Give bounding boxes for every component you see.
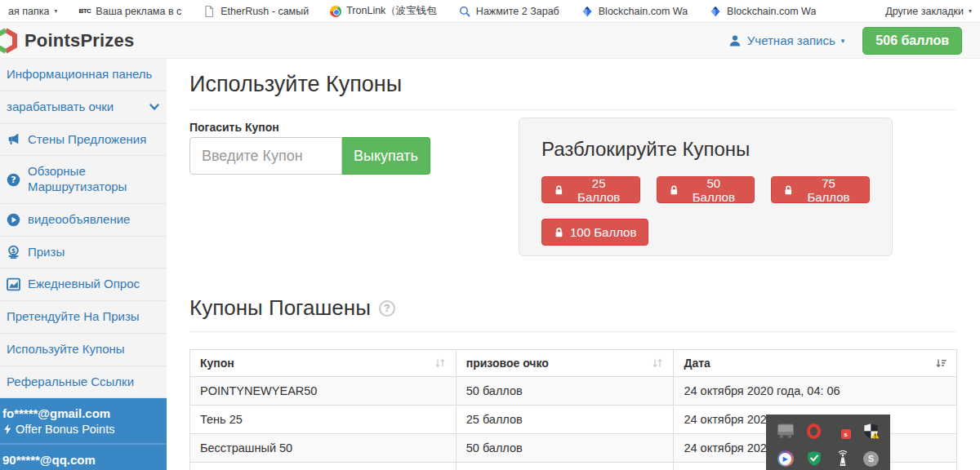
- bookmark-item[interactable]: TronLink（波宝钱包: [330, 4, 437, 18]
- sidebar-item-earn-points[interactable]: зарабатывать очки: [0, 91, 167, 124]
- date-cell: 24 октября 2020 года, 04: 06: [674, 377, 957, 406]
- person-icon: [728, 34, 742, 47]
- sort-both-icon: [652, 357, 663, 369]
- sidebar-item-label: Реферальные Ссылки: [7, 375, 134, 390]
- bookmark-label: Ваша реклама в с: [96, 6, 181, 17]
- opera-icon[interactable]: [804, 421, 824, 441]
- megaphone-icon: [7, 132, 20, 146]
- unlock-75-points-button[interactable]: 75 Баллов: [771, 176, 870, 203]
- points-cell: 50 баллов: [456, 434, 674, 463]
- sidebar-item-label: Информационная панель: [7, 67, 152, 82]
- play-circle-icon: [7, 213, 20, 227]
- bookmark-item[interactable]: Blockchain.com Wa: [581, 5, 688, 18]
- unlock-25-points-button[interactable]: 25 Баллов: [541, 176, 640, 203]
- bookmark-label: Blockchain.com Wa: [727, 6, 816, 17]
- bookmark-label: TronLink（波宝钱包: [346, 4, 437, 18]
- bonus-account-gmail[interactable]: fo*****@gmail.com Offer Bonus Points: [0, 398, 167, 443]
- media-player-icon[interactable]: ▶: [776, 449, 795, 468]
- account-email: 90*****@qq.com: [2, 453, 164, 467]
- bookmark-item[interactable]: Blockchain.com Wa: [709, 5, 816, 18]
- skype-inactive-icon[interactable]: S: [862, 449, 881, 468]
- sidebar-item-dashboard[interactable]: Информационная панель: [0, 59, 167, 91]
- question-circle-icon: ?: [7, 173, 20, 187]
- blockchain-diamond-icon: [581, 5, 594, 18]
- system-tray-popup: s ▶ S: [766, 415, 890, 470]
- bonus-label: Offer Bonus Points: [16, 423, 114, 436]
- bookmark-label: Blockchain.com Wa: [599, 6, 688, 17]
- sidebar-item-prizes[interactable]: $ Призы: [0, 237, 167, 269]
- sidebar-item-claim-prizes[interactable]: Претендуйте На Призы: [0, 301, 167, 334]
- redeemed-coupons-title: Купоны Погашены: [189, 295, 371, 321]
- brand-logo[interactable]: PointsPrizes: [0, 27, 134, 55]
- coin-icon: $: [7, 245, 20, 259]
- unlock-button-label: 75 Баллов: [800, 176, 858, 204]
- points-cell: [456, 463, 674, 470]
- chevron-down-icon: ▾: [969, 7, 972, 15]
- column-header-points[interactable]: призовое очко: [456, 350, 674, 377]
- bonus-account-qq[interactable]: 90*****@qq.com Offer Bonus Points: [0, 443, 167, 470]
- sidebar-item-label: Обзорные Маршрутизаторы: [28, 164, 160, 195]
- sidebar-item-offer-walls[interactable]: Стены Предложения: [0, 124, 167, 157]
- help-icon[interactable]: ?: [379, 300, 395, 317]
- site-header: PointsPrizes Учетная запись ▾ 506 баллов: [0, 23, 980, 59]
- bookmark-label: EtherRush - самый: [220, 6, 309, 17]
- s-app-icon[interactable]: s: [833, 421, 853, 441]
- coupon-cell: POINTYNEWYEAR50: [190, 377, 457, 406]
- sidebar-item-referral-links[interactable]: Реферальные Ссылки: [0, 366, 167, 399]
- bookmark-label: Нажмите 2 Зараб: [476, 6, 559, 17]
- divider: [189, 109, 957, 110]
- lock-icon: [783, 184, 794, 196]
- sidebar-item-label: Призы: [28, 245, 65, 260]
- sidebar-item-video-ads[interactable]: видеообъявление: [0, 204, 167, 237]
- magnifier-icon: [458, 5, 471, 18]
- bookmark-item[interactable]: BTC Ваша реклама в с: [78, 6, 181, 17]
- pointsprizes-hexagon-icon: [0, 27, 20, 55]
- column-label: Купон: [200, 357, 234, 370]
- bookmark-item[interactable]: EtherRush - самый: [203, 5, 309, 18]
- sort-both-icon: [434, 357, 446, 369]
- unlock-button-label: 100 Баллов: [570, 225, 636, 239]
- sidebar-item-label: Используйте Купоны: [7, 342, 125, 357]
- svg-text:?: ?: [11, 175, 16, 185]
- coupon-input[interactable]: [189, 137, 342, 175]
- column-header-date[interactable]: Дата: [674, 350, 957, 377]
- points-balance-badge[interactable]: 506 баллов: [862, 27, 962, 55]
- main-content: Используйте Купоны Погасить Купон Выкупа…: [189, 59, 980, 470]
- bookmark-folder-label: ая папка: [8, 6, 49, 17]
- redeem-button[interactable]: Выкупать: [342, 137, 430, 175]
- antenna-icon[interactable]: [833, 449, 853, 468]
- points-cell: 50 баллов: [456, 377, 674, 406]
- divider: [189, 331, 957, 332]
- coupon-cell: Тень 25: [190, 406, 457, 434]
- column-label: призовое очко: [466, 357, 549, 370]
- redeem-coupon-form: Выкупать: [189, 137, 430, 175]
- other-bookmarks-button[interactable]: Другие закладки ▾: [885, 6, 972, 17]
- lock-icon: [554, 227, 564, 238]
- unlock-50-points-button[interactable]: 50 Баллов: [657, 176, 755, 203]
- coupon-cell: Бесстрашный 50: [190, 434, 457, 463]
- svg-text:$: $: [11, 248, 16, 255]
- sidebar-item-daily-poll[interactable]: Ежедневный Опрос: [0, 268, 167, 301]
- brand-name: PointsPrizes: [24, 30, 134, 51]
- unlock-button-label: 50 Баллов: [684, 176, 742, 204]
- unlock-coupons-card: Разблокируйте Купоны 25 Баллов 50 Баллов: [519, 118, 893, 256]
- unlock-100-points-button[interactable]: 100 Баллов: [541, 219, 648, 246]
- bookmark-item[interactable]: Нажмите 2 Зараб: [458, 5, 559, 18]
- antivirus-shield-icon[interactable]: [804, 449, 824, 468]
- sidebar-item-label: Претендуйте На Призы: [7, 309, 140, 325]
- sidebar-item-survey-routers[interactable]: ? Обзорные Маршрутизаторы: [0, 156, 167, 204]
- chevron-down-icon: ▾: [841, 37, 845, 45]
- defender-warning-icon[interactable]: [862, 421, 881, 441]
- monitor-icon[interactable]: [776, 421, 795, 441]
- chevron-down-icon: [149, 101, 160, 113]
- account-menu[interactable]: Учетная запись ▾: [728, 33, 845, 47]
- sidebar-item-use-coupons[interactable]: Используйте Купоны: [0, 334, 167, 366]
- unlock-coupons-title: Разблокируйте Купоны: [541, 138, 870, 161]
- column-header-coupon[interactable]: Купон: [190, 350, 457, 377]
- coupon-cell: [190, 463, 457, 470]
- btc-icon: BTC: [78, 7, 91, 15]
- bookmark-folder[interactable]: ая папка ▾: [8, 6, 57, 17]
- points-cell: 25 баллов: [456, 406, 674, 434]
- lock-icon: [554, 184, 564, 196]
- bookmarks-bar: ая папка ▾ BTC Ваша реклама в с EtherRus…: [0, 0, 980, 23]
